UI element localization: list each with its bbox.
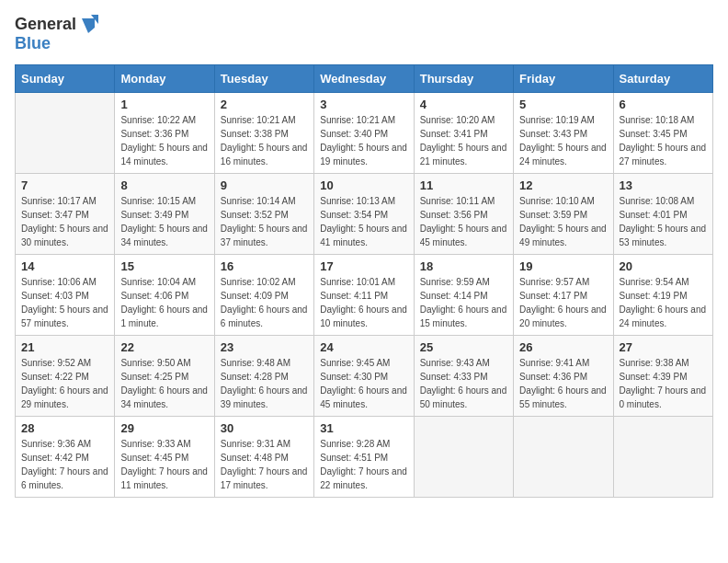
calendar-cell: 11Sunrise: 10:11 AMSunset: 3:56 PMDaylig… [414,173,513,254]
calendar-cell: 14Sunrise: 10:06 AMSunset: 4:03 PMDaylig… [16,254,115,335]
day-number: 29 [120,421,208,435]
day-info: Sunrise: 10:10 AMSunset: 3:59 PMDaylight… [519,194,607,249]
calendar-cell: 26Sunrise: 9:41 AMSunset: 4:36 PMDayligh… [514,335,613,416]
day-info: Sunrise: 9:52 AMSunset: 4:22 PMDaylight:… [21,356,108,411]
day-number: 6 [620,98,707,111]
weekday-header-friday: Friday [514,64,613,92]
day-number: 16 [221,259,308,273]
day-number: 19 [519,259,607,273]
calendar-cell: 7Sunrise: 10:17 AMSunset: 3:47 PMDayligh… [16,173,115,254]
day-number: 30 [221,421,308,435]
calendar-week-row: 28Sunrise: 9:36 AMSunset: 4:42 PMDayligh… [16,416,713,497]
calendar-cell: 6Sunrise: 10:18 AMSunset: 3:45 PMDayligh… [613,92,712,173]
calendar-cell: 8Sunrise: 10:15 AMSunset: 3:49 PMDayligh… [115,173,214,254]
logo-general-text: General [15,16,76,34]
day-number: 25 [420,340,507,354]
calendar-cell: 4Sunrise: 10:20 AMSunset: 3:41 PMDayligh… [414,92,513,173]
calendar-cell [613,416,712,497]
weekday-header-tuesday: Tuesday [214,64,313,92]
day-number: 13 [620,178,707,192]
day-number: 7 [21,178,108,192]
calendar-cell: 1Sunrise: 10:22 AMSunset: 3:36 PMDayligh… [115,92,214,173]
day-number: 15 [120,259,208,273]
day-info: Sunrise: 9:36 AMSunset: 4:42 PMDaylight:… [21,437,108,492]
calendar-cell: 27Sunrise: 9:38 AMSunset: 4:39 PMDayligh… [613,335,712,416]
logo: General Blue [15,15,98,53]
day-info: Sunrise: 10:20 AMSunset: 3:41 PMDaylight… [420,113,507,168]
day-info: Sunrise: 10:13 AMSunset: 3:54 PMDaylight… [320,194,407,249]
day-info: Sunrise: 9:31 AMSunset: 4:48 PMDaylight:… [221,437,308,492]
calendar-cell: 22Sunrise: 9:50 AMSunset: 4:25 PMDayligh… [115,335,214,416]
day-info: Sunrise: 10:21 AMSunset: 3:40 PMDaylight… [320,113,407,168]
day-info: Sunrise: 9:38 AMSunset: 4:39 PMDaylight:… [620,356,707,411]
day-info: Sunrise: 10:14 AMSunset: 3:52 PMDaylight… [221,194,308,249]
day-info: Sunrise: 9:54 AMSunset: 4:19 PMDaylight:… [620,275,707,330]
calendar-cell: 17Sunrise: 10:01 AMSunset: 4:11 PMDaylig… [314,254,414,335]
calendar-cell: 25Sunrise: 9:43 AMSunset: 4:33 PMDayligh… [414,335,513,416]
page-header: General Blue [15,15,713,53]
calendar-cell: 31Sunrise: 9:28 AMSunset: 4:51 PMDayligh… [314,416,414,497]
calendar-cell: 2Sunrise: 10:21 AMSunset: 3:38 PMDayligh… [214,92,313,173]
day-info: Sunrise: 9:33 AMSunset: 4:45 PMDaylight:… [120,437,208,492]
day-info: Sunrise: 9:45 AMSunset: 4:30 PMDaylight:… [320,356,407,411]
day-number: 22 [120,340,208,354]
calendar-cell: 12Sunrise: 10:10 AMSunset: 3:59 PMDaylig… [514,173,613,254]
weekday-header-monday: Monday [115,64,214,92]
day-number: 14 [21,259,108,273]
day-number: 8 [120,178,208,192]
day-number: 26 [519,340,607,354]
day-info: Sunrise: 9:50 AMSunset: 4:25 PMDaylight:… [120,356,208,411]
weekday-header-wednesday: Wednesday [314,64,414,92]
day-number: 5 [519,98,607,111]
day-info: Sunrise: 9:41 AMSunset: 4:36 PMDaylight:… [519,356,607,411]
day-info: Sunrise: 10:19 AMSunset: 3:43 PMDaylight… [519,113,607,168]
day-info: Sunrise: 10:01 AMSunset: 4:11 PMDaylight… [320,275,407,330]
day-number: 31 [320,421,407,435]
day-info: Sunrise: 10:08 AMSunset: 4:01 PMDaylight… [620,194,707,249]
day-info: Sunrise: 9:48 AMSunset: 4:28 PMDaylight:… [221,356,308,411]
day-number: 24 [320,340,407,354]
day-number: 23 [221,340,308,354]
day-info: Sunrise: 10:22 AMSunset: 3:36 PMDaylight… [120,113,208,168]
day-info: Sunrise: 10:17 AMSunset: 3:47 PMDaylight… [21,194,108,249]
logo-arrow-icon [78,15,98,35]
calendar-cell: 30Sunrise: 9:31 AMSunset: 4:48 PMDayligh… [214,416,313,497]
calendar-cell [514,416,613,497]
calendar-cell: 19Sunrise: 9:57 AMSunset: 4:17 PMDayligh… [514,254,613,335]
day-number: 18 [420,259,507,273]
day-number: 4 [420,98,507,111]
calendar-table: SundayMondayTuesdayWednesdayThursdayFrid… [15,64,713,498]
calendar-cell: 5Sunrise: 10:19 AMSunset: 3:43 PMDayligh… [514,92,613,173]
day-info: Sunrise: 10:15 AMSunset: 3:49 PMDaylight… [120,194,208,249]
day-number: 27 [620,340,707,354]
day-number: 12 [519,178,607,192]
calendar-cell: 24Sunrise: 9:45 AMSunset: 4:30 PMDayligh… [314,335,414,416]
day-number: 20 [620,259,707,273]
day-info: Sunrise: 10:02 AMSunset: 4:09 PMDaylight… [221,275,308,330]
day-number: 3 [320,98,407,111]
day-number: 21 [21,340,108,354]
day-number: 2 [221,98,308,111]
calendar-cell: 20Sunrise: 9:54 AMSunset: 4:19 PMDayligh… [613,254,712,335]
day-info: Sunrise: 9:43 AMSunset: 4:33 PMDaylight:… [420,356,507,411]
calendar-cell: 13Sunrise: 10:08 AMSunset: 4:01 PMDaylig… [613,173,712,254]
calendar-cell: 9Sunrise: 10:14 AMSunset: 3:52 PMDayligh… [214,173,313,254]
calendar-week-row: 7Sunrise: 10:17 AMSunset: 3:47 PMDayligh… [16,173,713,254]
day-info: Sunrise: 10:04 AMSunset: 4:06 PMDaylight… [120,275,208,330]
calendar-cell: 16Sunrise: 10:02 AMSunset: 4:09 PMDaylig… [214,254,313,335]
calendar-week-row: 1Sunrise: 10:22 AMSunset: 3:36 PMDayligh… [16,92,713,173]
day-info: Sunrise: 10:21 AMSunset: 3:38 PMDaylight… [221,113,308,168]
calendar-cell: 10Sunrise: 10:13 AMSunset: 3:54 PMDaylig… [314,173,414,254]
calendar-header-row: SundayMondayTuesdayWednesdayThursdayFrid… [16,64,713,92]
calendar-cell: 28Sunrise: 9:36 AMSunset: 4:42 PMDayligh… [16,416,115,497]
weekday-header-sunday: Sunday [16,64,115,92]
calendar-week-row: 21Sunrise: 9:52 AMSunset: 4:22 PMDayligh… [16,335,713,416]
day-info: Sunrise: 9:28 AMSunset: 4:51 PMDaylight:… [320,437,407,492]
calendar-cell: 15Sunrise: 10:04 AMSunset: 4:06 PMDaylig… [115,254,214,335]
day-info: Sunrise: 10:18 AMSunset: 3:45 PMDaylight… [620,113,707,168]
day-info: Sunrise: 10:11 AMSunset: 3:56 PMDaylight… [420,194,507,249]
calendar-cell: 18Sunrise: 9:59 AMSunset: 4:14 PMDayligh… [414,254,513,335]
day-number: 9 [221,178,308,192]
day-info: Sunrise: 9:57 AMSunset: 4:17 PMDaylight:… [519,275,607,330]
calendar-cell: 23Sunrise: 9:48 AMSunset: 4:28 PMDayligh… [214,335,313,416]
